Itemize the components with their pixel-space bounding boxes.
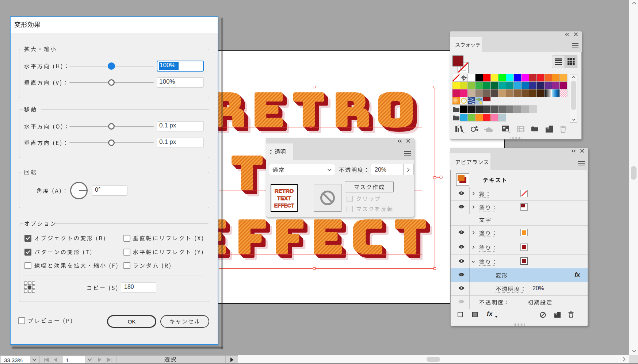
svg-text:EFFECT: EFFECT bbox=[274, 203, 294, 208]
svg-text:RETRO: RETRO bbox=[275, 188, 294, 194]
svg-text:TEXT: TEXT bbox=[277, 195, 291, 201]
